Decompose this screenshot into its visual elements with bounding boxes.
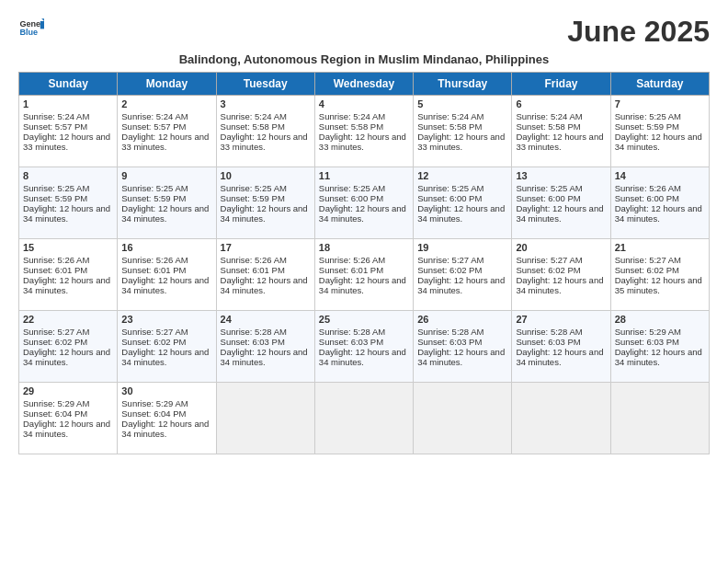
sunrise-label: Sunrise: 5:27 AM — [516, 255, 582, 265]
sunset-label: Sunset: 5:58 PM — [417, 121, 482, 132]
daylight-label: Daylight: 12 hours and 33 minutes. — [319, 132, 406, 152]
calendar-day-cell: 7 Sunrise: 5:25 AM Sunset: 5:59 PM Dayli… — [610, 96, 709, 167]
sunset-label: Sunset: 6:01 PM — [121, 265, 186, 275]
svg-marker-2 — [40, 21, 44, 29]
month-title: June 2025 — [567, 15, 710, 49]
weekday-header-row: Sunday Monday Tuesday Wednesday Thursday… — [19, 73, 710, 96]
day-number: 16 — [121, 242, 211, 253]
daylight-label: Daylight: 12 hours and 34 minutes. — [121, 203, 209, 224]
calendar-week-row: 29 Sunrise: 5:29 AM Sunset: 6:04 PM Dayl… — [19, 383, 710, 454]
header-friday: Friday — [512, 73, 610, 96]
sunrise-label: Sunrise: 5:28 AM — [319, 327, 385, 337]
daylight-label: Daylight: 12 hours and 33 minutes. — [23, 132, 110, 152]
daylight-label: Daylight: 12 hours and 34 minutes. — [615, 347, 702, 367]
calendar-day-cell: 20 Sunrise: 5:27 AM Sunset: 6:02 PM Dayl… — [512, 239, 610, 311]
sunset-label: Sunset: 5:59 PM — [121, 193, 186, 203]
calendar-day-cell: 1 Sunrise: 5:24 AM Sunset: 5:57 PM Dayli… — [19, 96, 118, 167]
calendar-day-cell: 16 Sunrise: 5:26 AM Sunset: 6:01 PM Dayl… — [118, 239, 216, 311]
sunset-label: Sunset: 6:03 PM — [516, 337, 580, 347]
day-number: 1 — [23, 98, 113, 109]
day-number: 27 — [516, 314, 606, 325]
sunset-label: Sunset: 6:01 PM — [319, 265, 383, 275]
sunset-label: Sunset: 6:00 PM — [319, 193, 383, 203]
daylight-label: Daylight: 12 hours and 34 minutes. — [23, 347, 110, 367]
day-number: 29 — [23, 385, 113, 396]
calendar-day-cell: 14 Sunrise: 5:26 AM Sunset: 6:00 PM Dayl… — [610, 167, 709, 239]
sunrise-label: Sunrise: 5:24 AM — [121, 111, 188, 121]
day-number: 28 — [615, 314, 705, 325]
sunset-label: Sunset: 5:57 PM — [23, 121, 87, 132]
header: General Blue June 2025 — [18, 15, 710, 49]
calendar-day-cell: 6 Sunrise: 5:24 AM Sunset: 5:58 PM Dayli… — [512, 96, 610, 167]
sunrise-label: Sunrise: 5:24 AM — [23, 111, 89, 121]
sunset-label: Sunset: 6:03 PM — [417, 337, 482, 347]
sunset-label: Sunset: 6:03 PM — [319, 337, 383, 347]
calendar-day-cell: 17 Sunrise: 5:26 AM Sunset: 6:01 PM Dayl… — [216, 239, 314, 311]
day-number: 11 — [319, 170, 409, 181]
daylight-label: Daylight: 12 hours and 34 minutes. — [221, 275, 308, 295]
calendar-day-cell: 23 Sunrise: 5:27 AM Sunset: 6:02 PM Dayl… — [118, 311, 216, 383]
calendar-day-cell: 2 Sunrise: 5:24 AM Sunset: 5:57 PM Dayli… — [118, 96, 216, 167]
calendar-day-cell: 3 Sunrise: 5:24 AM Sunset: 5:58 PM Dayli… — [216, 96, 314, 167]
day-number: 14 — [615, 170, 705, 181]
daylight-label: Daylight: 12 hours and 34 minutes. — [417, 347, 505, 367]
day-number: 10 — [221, 170, 311, 181]
daylight-label: Daylight: 12 hours and 34 minutes. — [516, 203, 603, 224]
svg-text:Blue: Blue — [19, 28, 38, 37]
day-number: 18 — [319, 242, 409, 253]
day-number: 21 — [615, 242, 705, 253]
sunrise-label: Sunrise: 5:28 AM — [516, 327, 582, 337]
sunrise-label: Sunrise: 5:25 AM — [319, 183, 385, 193]
sunrise-label: Sunrise: 5:24 AM — [516, 111, 582, 121]
sunrise-label: Sunrise: 5:25 AM — [417, 183, 483, 193]
daylight-label: Daylight: 12 hours and 34 minutes. — [417, 203, 505, 224]
day-number: 19 — [417, 242, 507, 253]
daylight-label: Daylight: 12 hours and 35 minutes. — [615, 275, 702, 295]
sunset-label: Sunset: 6:02 PM — [121, 337, 186, 347]
calendar-day-cell: 29 Sunrise: 5:29 AM Sunset: 6:04 PM Dayl… — [19, 383, 118, 454]
calendar-day-cell — [610, 383, 709, 454]
calendar-day-cell — [414, 383, 512, 454]
calendar-day-cell: 15 Sunrise: 5:26 AM Sunset: 6:01 PM Dayl… — [19, 239, 118, 311]
calendar-day-cell: 26 Sunrise: 5:28 AM Sunset: 6:03 PM Dayl… — [414, 311, 512, 383]
sunset-label: Sunset: 6:04 PM — [23, 408, 87, 419]
day-number: 12 — [417, 170, 507, 181]
calendar-day-cell: 5 Sunrise: 5:24 AM Sunset: 5:58 PM Dayli… — [414, 96, 512, 167]
calendar-day-cell — [314, 383, 413, 454]
daylight-label: Daylight: 12 hours and 33 minutes. — [121, 132, 209, 152]
header-monday: Monday — [118, 73, 216, 96]
sunrise-label: Sunrise: 5:25 AM — [121, 183, 188, 193]
day-number: 13 — [516, 170, 606, 181]
sunset-label: Sunset: 6:02 PM — [23, 337, 87, 347]
sunset-label: Sunset: 5:59 PM — [615, 121, 679, 132]
sunrise-label: Sunrise: 5:28 AM — [221, 327, 287, 337]
sunset-label: Sunset: 5:59 PM — [23, 193, 87, 203]
calendar-week-row: 8 Sunrise: 5:25 AM Sunset: 5:59 PM Dayli… — [19, 167, 710, 239]
sunrise-label: Sunrise: 5:26 AM — [23, 255, 89, 265]
day-number: 9 — [121, 170, 211, 181]
day-number: 30 — [121, 385, 211, 396]
day-number: 8 — [23, 170, 113, 181]
calendar-body: 1 Sunrise: 5:24 AM Sunset: 5:57 PM Dayli… — [19, 96, 710, 454]
sunrise-label: Sunrise: 5:29 AM — [23, 398, 89, 408]
sunrise-label: Sunrise: 5:24 AM — [221, 111, 287, 121]
header-sunday: Sunday — [19, 73, 118, 96]
page: General Blue June 2025 Balindong, Autono… — [0, 0, 728, 464]
header-saturday: Saturday — [610, 73, 709, 96]
sunrise-label: Sunrise: 5:26 AM — [615, 183, 681, 193]
daylight-label: Daylight: 12 hours and 34 minutes. — [319, 275, 406, 295]
calendar-day-cell: 9 Sunrise: 5:25 AM Sunset: 5:59 PM Dayli… — [118, 167, 216, 239]
calendar-day-cell: 11 Sunrise: 5:25 AM Sunset: 6:00 PM Dayl… — [314, 167, 413, 239]
calendar-day-cell: 27 Sunrise: 5:28 AM Sunset: 6:03 PM Dayl… — [512, 311, 610, 383]
subtitle: Balindong, Autonomous Region in Muslim M… — [18, 52, 710, 66]
logo: General Blue — [18, 15, 44, 40]
day-number: 4 — [319, 98, 409, 109]
sunset-label: Sunset: 6:00 PM — [615, 193, 679, 203]
day-number: 17 — [221, 242, 311, 253]
daylight-label: Daylight: 12 hours and 34 minutes. — [23, 203, 110, 224]
daylight-label: Daylight: 12 hours and 34 minutes. — [615, 132, 702, 152]
sunset-label: Sunset: 6:03 PM — [221, 337, 285, 347]
calendar-day-cell: 25 Sunrise: 5:28 AM Sunset: 6:03 PM Dayl… — [314, 311, 413, 383]
day-number: 6 — [516, 98, 606, 109]
calendar-week-row: 1 Sunrise: 5:24 AM Sunset: 5:57 PM Dayli… — [19, 96, 710, 167]
